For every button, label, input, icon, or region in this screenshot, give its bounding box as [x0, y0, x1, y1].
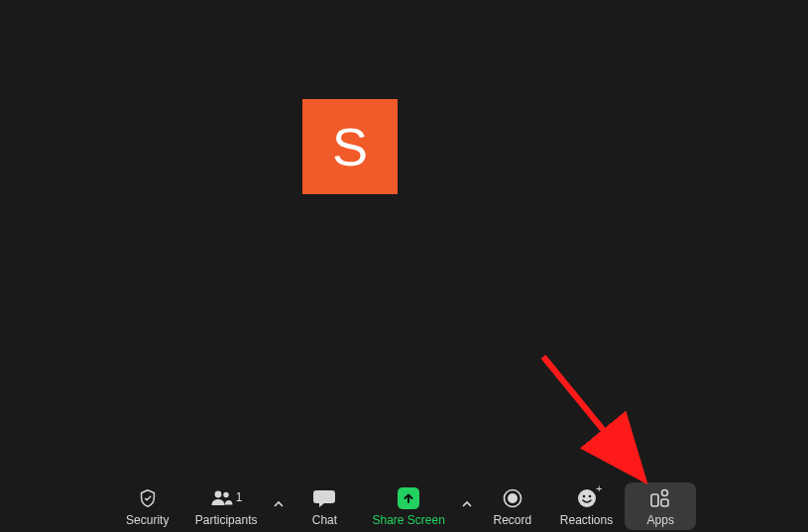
record-group: Record	[477, 482, 548, 530]
apps-group: Apps	[625, 482, 696, 530]
participants-icon: 1	[210, 486, 243, 510]
reactions-label: Reactions	[560, 513, 613, 527]
svg-point-4	[578, 489, 596, 507]
record-icon	[503, 486, 522, 510]
participant-avatar: S	[302, 99, 398, 194]
shield-icon	[137, 486, 159, 510]
chevron-up-icon	[462, 499, 472, 509]
avatar-initial: S	[332, 116, 368, 177]
svg-point-9	[662, 490, 668, 496]
svg-rect-8	[661, 499, 668, 506]
svg-point-0	[214, 491, 221, 498]
share-screen-button[interactable]: Share Screen	[360, 482, 456, 530]
participants-label: Participants	[195, 513, 258, 527]
participants-button[interactable]: 1 Participants	[183, 482, 270, 530]
chat-group: Chat	[289, 482, 360, 530]
svg-point-6	[588, 495, 591, 498]
smiley-icon: +	[577, 486, 597, 510]
chevron-up-icon	[274, 499, 284, 509]
share-caret[interactable]	[457, 482, 477, 526]
reactions-group: + Reactions	[548, 482, 625, 530]
reactions-button[interactable]: + Reactions	[548, 482, 625, 530]
svg-point-5	[582, 495, 585, 498]
participants-count: 1	[236, 490, 243, 504]
meeting-toolbar: Security 1 Participants	[0, 481, 808, 532]
record-button[interactable]: Record	[477, 482, 548, 530]
record-label: Record	[494, 513, 532, 527]
chat-button[interactable]: Chat	[289, 482, 360, 530]
svg-rect-7	[651, 494, 658, 506]
apps-button[interactable]: Apps	[625, 482, 696, 530]
participants-group: 1 Participants	[183, 482, 289, 530]
security-button[interactable]: Security	[112, 482, 183, 530]
participants-caret[interactable]	[269, 482, 289, 526]
share-screen-icon	[398, 486, 419, 510]
plus-icon: +	[596, 482, 602, 494]
chat-label: Chat	[312, 513, 337, 527]
svg-point-3	[508, 493, 518, 503]
apps-icon	[649, 486, 671, 510]
chat-icon	[312, 486, 336, 510]
apps-label: Apps	[647, 513, 674, 527]
share-label: Share Screen	[372, 513, 444, 527]
security-label: Security	[126, 513, 169, 527]
svg-point-1	[223, 492, 228, 497]
share-group: Share Screen	[360, 482, 476, 530]
video-area: S	[0, 0, 808, 481]
security-group: Security	[112, 482, 183, 530]
